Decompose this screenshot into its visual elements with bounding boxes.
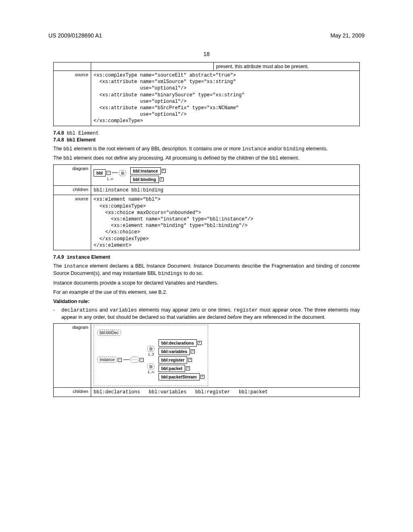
expand-icon: + bbox=[186, 366, 190, 370]
sec748-title: 7.4.8 bbl Element bbox=[53, 137, 360, 143]
row-label-children: children bbox=[54, 186, 91, 195]
expand-icon: + bbox=[160, 177, 164, 181]
page-header: US 2009/0128690 A1 May 21, 2009 bbox=[48, 32, 365, 39]
diag-instance-box: bbl:instance bbox=[130, 167, 161, 175]
diag-instance: instance bbox=[97, 357, 117, 363]
bbl-element-table: diagram bbl− ⊞ 1..∞ bbl:instance+ bbl:bi… bbox=[53, 164, 360, 250]
diag-packet: bbl:packet bbox=[159, 365, 186, 372]
choice-icon: ⊞ bbox=[119, 170, 126, 176]
sec749-p3: For an example of the use of this elemen… bbox=[53, 289, 360, 296]
row-label-children3: children bbox=[54, 387, 91, 397]
source-code-1: <xs:complexType name="sourceElt" abstrac… bbox=[94, 72, 357, 125]
children-list-2: bbl:instance bbl:binding bbox=[94, 187, 163, 193]
occurrence-13: 1..3 bbox=[147, 352, 154, 356]
choice-icon: ⊞ bbox=[147, 346, 154, 352]
row-label-diagram3: diagram bbox=[54, 324, 91, 387]
row-label-source: source bbox=[54, 71, 91, 126]
choice-icon: ⊞ bbox=[147, 364, 154, 370]
expand-icon: + bbox=[200, 375, 204, 379]
diag-variables: bbl:variables bbox=[159, 348, 190, 355]
diag-bbl-box: bbl bbox=[94, 169, 106, 177]
expand-icon: − bbox=[140, 358, 144, 362]
instance-element-table: diagram bbl:bblDec instance− ⋯− ⊞ 1..3 bbox=[53, 323, 360, 397]
occurrence-1inf: 1..∞ bbox=[147, 370, 154, 374]
page-number: 18 bbox=[48, 51, 365, 57]
doc-id: US 2009/0128690 A1 bbox=[48, 32, 102, 39]
sec749-head: 7.4.9 instance Element bbox=[53, 254, 360, 260]
sec748-p2: The bbl element does not define any proc… bbox=[53, 155, 360, 162]
doc-date: May 21, 2009 bbox=[330, 32, 365, 39]
content-area: present, this attribute must also be pre… bbox=[53, 62, 360, 397]
expand-icon: − bbox=[118, 358, 122, 362]
section-748-head: 7.4.8 bbl Element bbox=[53, 130, 360, 136]
expand-icon: + bbox=[188, 358, 192, 362]
page: US 2009/0128690 A1 May 21, 2009 18 prese… bbox=[0, 0, 413, 532]
source-table-1: present, this attribute must also be pre… bbox=[53, 62, 360, 126]
sec749-p2: Instance documents provide a scope for d… bbox=[53, 280, 360, 287]
row-label-diagram: diagram bbox=[54, 165, 91, 186]
expand-icon: − bbox=[106, 171, 111, 175]
diag-register: bbl:register bbox=[159, 356, 188, 364]
expand-icon: + bbox=[198, 341, 202, 345]
occurrence-1: 1..∞ bbox=[94, 177, 126, 181]
instance-diagram: bbl:bblDec instance− ⋯− ⊞ 1..3 bbox=[91, 324, 360, 387]
source-code-2: <xs:element name="bbl"> <xs:complexType>… bbox=[94, 196, 357, 249]
diag-declarations: bbl:declarations bbox=[159, 339, 197, 347]
diag-packetstream: bbl:packetStream bbox=[159, 373, 200, 380]
validation-rule-head: Validation rule: bbox=[53, 299, 360, 304]
sequence-icon: ⋯ bbox=[131, 357, 139, 363]
presence-note: present, this attribute must also be pre… bbox=[213, 62, 359, 71]
sec749-p1: The instance element declares a BBL Inst… bbox=[53, 263, 360, 277]
sec748-p1: The bbl element is the root element of a… bbox=[53, 145, 360, 153]
bbl-diagram: bbl− ⊞ 1..∞ bbl:instance+ bbl:binding+ bbox=[91, 165, 360, 186]
validation-bullet: - declarations and variables elements ma… bbox=[53, 307, 360, 321]
diag-bbldec: bbl:bblDec bbox=[97, 330, 121, 336]
diag-binding-box: bbl:binding bbox=[130, 176, 159, 183]
expand-icon: + bbox=[191, 349, 195, 353]
children-list-3: bbl:declarations bbl:variables bbl:regis… bbox=[94, 389, 268, 395]
expand-icon: + bbox=[162, 169, 166, 173]
row-label-source2: source bbox=[54, 195, 91, 250]
